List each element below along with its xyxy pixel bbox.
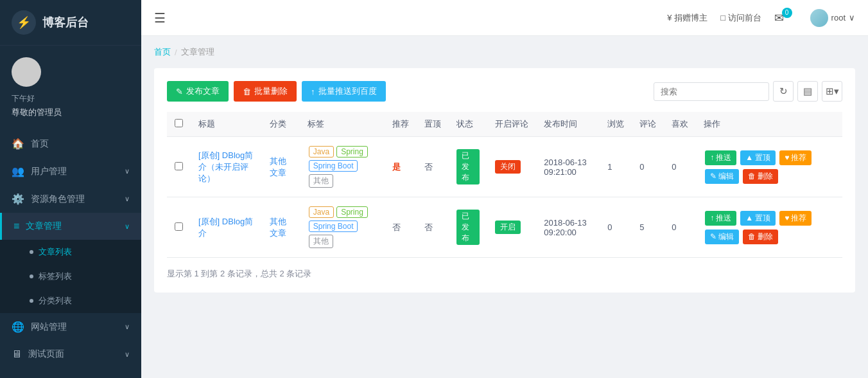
sidebar-item-article-mgmt-label: 文章管理: [26, 221, 62, 232]
sidebar-item-article-mgmt[interactable]: ≡ 文章管理 ∨: [0, 213, 141, 240]
chevron-down-icon: ∨: [125, 167, 130, 176]
toolbar-right: ↻ ▤ ⊞▾: [654, 81, 842, 102]
row-category: 其他文章: [262, 197, 300, 258]
dot-icon-3: [30, 299, 33, 303]
row-category: 其他文章: [262, 137, 300, 197]
user-menu-label: root: [831, 13, 846, 22]
publish-article-button[interactable]: ✎ 发布文章: [167, 81, 229, 102]
row-publish-time: 2018-06-13 09:20:00: [536, 197, 600, 258]
sidebar-item-category-list-label: 分类列表: [39, 295, 72, 307]
push-icon-1: ↑: [710, 153, 714, 162]
trash-icon: 🗑: [243, 87, 251, 96]
sidebar-item-site-mgmt-label: 网站管理: [31, 321, 67, 333]
article-table: 标题 分类 标签 推荐 置顶 状态 开启评论 发布时间 浏览 评论 喜欢 操作: [167, 112, 842, 258]
row-actions: ↑推送 ▲置顶 ♥推荐 ✎编辑 🗑删除: [696, 137, 842, 197]
batch-push-button[interactable]: ↑ 批量推送到百度: [302, 81, 386, 102]
table-footer: 显示第 1 到第 2 条记录，总共 2 条记录: [167, 268, 842, 280]
home-icon: 🏠: [12, 138, 24, 150]
sidebar-item-tag-list[interactable]: 标签列表: [0, 264, 141, 289]
row-top: 否: [417, 137, 449, 197]
row-checkbox-1[interactable]: [175, 162, 183, 170]
row-status: 已发布: [449, 197, 487, 258]
recommend-button-1[interactable]: ♥推荐: [779, 150, 812, 165]
th-comments: 评论: [632, 112, 664, 137]
gear-icon: ⚙️: [12, 193, 24, 205]
status-badge: 已发布: [456, 149, 480, 184]
sidebar-item-user-mgmt[interactable]: 👥 用户管理 ∨: [0, 158, 141, 185]
pencil-icon: ✎: [176, 87, 183, 96]
visit-label: □ 访问前台: [720, 12, 761, 24]
row-tags: JavaSpringSpring Boot其他: [300, 137, 385, 197]
visit-frontend-button[interactable]: □ 访问前台: [720, 12, 761, 24]
refresh-button[interactable]: ↻: [773, 81, 794, 102]
category-link-1[interactable]: 其他文章: [270, 156, 286, 177]
select-all-checkbox[interactable]: [175, 119, 183, 127]
dot-icon: [30, 250, 33, 254]
notification-button[interactable]: ✉ 0: [774, 11, 797, 25]
recommend-button-2[interactable]: ♥推荐: [779, 211, 812, 226]
th-actions: 操作: [696, 112, 842, 137]
breadcrumb: 首页 / 文章管理: [154, 46, 855, 58]
th-status: 状态: [449, 112, 487, 137]
donate-label: ¥ 捐赠博主: [667, 12, 707, 24]
user-greeting: 下午好: [12, 93, 35, 104]
sidebar-item-home-label: 首页: [31, 138, 49, 150]
push-button-1[interactable]: ↑推送: [705, 150, 736, 165]
breadcrumb-current: 文章管理: [181, 46, 214, 58]
category-link-2[interactable]: 其他文章: [270, 217, 286, 238]
row-views: 1: [600, 137, 632, 197]
delete-icon-2: 🗑: [748, 232, 756, 241]
sidebar-item-site-mgmt[interactable]: 🌐 网站管理 ∨: [0, 313, 141, 341]
edit-button-2[interactable]: ✎编辑: [705, 230, 739, 244]
th-recommend: 推荐: [385, 112, 417, 137]
row-title: [原创] DBlog简介（未开启评论）: [191, 137, 262, 197]
avatar: [12, 57, 41, 87]
notification-badge: 0: [782, 8, 792, 18]
row-comments: 5: [632, 197, 664, 258]
pagination-text: 显示第 1 到第 2 条记录，总共 2 条记录: [167, 269, 311, 278]
row-checkbox-cell: [167, 197, 191, 258]
edit-icon-1: ✎: [710, 172, 716, 181]
row-tags: JavaSpringSpring Boot其他: [300, 197, 385, 258]
status-badge: 已发布: [456, 210, 480, 245]
search-input[interactable]: [654, 82, 769, 101]
breadcrumb-home[interactable]: 首页: [154, 46, 171, 58]
sidebar-item-user-mgmt-label: 用户管理: [31, 166, 67, 177]
page-content: 首页 / 文章管理 ✎ 发布文章 🗑 批量删除 ↑ 批量推送到百度: [141, 36, 868, 378]
edit-button-1[interactable]: ✎编辑: [705, 169, 739, 184]
top-button-2[interactable]: ▲置顶: [740, 211, 776, 226]
th-checkbox: [167, 112, 191, 137]
sidebar-item-test-page[interactable]: 🖥 测试页面 ∨: [0, 341, 141, 368]
user-menu[interactable]: root ∨: [810, 9, 855, 27]
column-icon: ⊞▾: [826, 86, 839, 97]
table-view-button[interactable]: ▤: [797, 81, 818, 102]
row-publish-time: 2018-06-13 09:21:00: [536, 137, 600, 197]
delete-button-2[interactable]: 🗑删除: [743, 230, 778, 244]
sidebar-item-resource-mgmt[interactable]: ⚙️ 资源角色管理 ∨: [0, 185, 141, 213]
push-button-2[interactable]: ↑推送: [705, 211, 736, 226]
recommend-icon-2: ♥: [785, 213, 789, 222]
sidebar-item-article-list[interactable]: 文章列表: [0, 240, 141, 264]
column-settings-button[interactable]: ⊞▾: [822, 81, 842, 102]
th-tags: 标签: [300, 112, 385, 137]
push-icon-2: ↑: [710, 213, 714, 222]
batch-delete-button[interactable]: 🗑 批量删除: [234, 81, 297, 102]
th-publish-time: 发布时间: [536, 112, 600, 137]
th-top: 置顶: [417, 112, 449, 137]
donate-button[interactable]: ¥ 捐赠博主: [667, 12, 707, 24]
sidebar-item-category-list[interactable]: 分类列表: [0, 289, 141, 313]
row-checkbox-2[interactable]: [175, 222, 183, 231]
article-title-link-1[interactable]: [原创] DBlog简介（未开启评论）: [198, 150, 253, 183]
top-button-1[interactable]: ▲置顶: [740, 150, 776, 165]
delete-button-1[interactable]: 🗑删除: [743, 169, 778, 184]
hamburger-button[interactable]: ☰: [154, 10, 166, 26]
tag: Spring: [336, 146, 368, 158]
article-title-link-2[interactable]: [原创] DBlog简介: [198, 217, 253, 238]
sidebar-user: 下午好 尊敬的管理员: [0, 46, 141, 130]
sidebar-item-article-list-label: 文章列表: [39, 246, 72, 258]
row-checkbox-cell: [167, 137, 191, 197]
sidebar-menu: 🏠 首页 👥 用户管理 ∨ ⚙️ 资源角色管理 ∨ ≡ 文章管理 ∨ 文章列表 …: [0, 130, 141, 378]
tag: Java: [309, 146, 334, 158]
sidebar-item-home[interactable]: 🏠 首页: [0, 130, 141, 158]
monitor-icon: 🖥: [12, 348, 22, 360]
